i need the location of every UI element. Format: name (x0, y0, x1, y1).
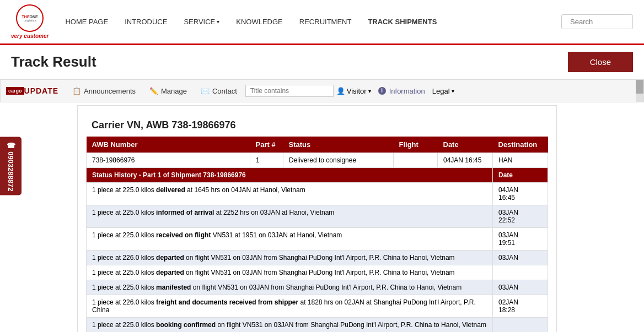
col-date: Date (438, 137, 493, 153)
scrollbar-thumb[interactable] (636, 80, 643, 94)
history-header-row: Status History - Part 1 of Shipment 738-… (87, 168, 548, 183)
history-text-5: 1 piece at 225.0 kilos manifested on fli… (87, 280, 493, 295)
info-icon: i (378, 87, 386, 95)
history-text-7: 1 piece at 225.0 kilos booking confirmed… (87, 318, 493, 333)
nav-knowledge[interactable]: KNOWLEDGE (236, 18, 283, 26)
carrier-title: Carrier VN, AWB 738-19866976 (92, 119, 548, 131)
history-date-6: 02JAN 18:28 (493, 295, 548, 318)
history-date-3: 03JAN (493, 251, 548, 265)
history-text-6: 1 piece at 226.0 kilos freight and docum… (87, 295, 493, 318)
col-dest: Destination (493, 137, 548, 153)
flight-value (394, 153, 438, 168)
page-title-bar: Track Result Close (0, 45, 644, 79)
cargo-announcements[interactable]: 📋 Announcements (67, 84, 141, 98)
history-text-3: 1 piece at 226.0 kilos departed on fligh… (87, 251, 493, 265)
table-header-row: AWB Number Part # Status Flight Date Des… (87, 137, 548, 153)
contact-label: Contact (212, 87, 237, 95)
information-item[interactable]: i Information (378, 87, 425, 95)
date-value: 04JAN 16:45 (438, 153, 493, 168)
logo[interactable]: THEONE Logistics very customer (11, 4, 49, 39)
cargo-logo[interactable]: cargo UPDATE (6, 86, 58, 95)
scrollbar[interactable] (636, 80, 643, 102)
cargo-nav-items: 📋 Announcements ✏️ Manage ✉️ Contact 👤 V… (67, 84, 454, 98)
nav-recruitment[interactable]: RECRUITMENT (299, 18, 352, 26)
history-row-3: 1 piece at 226.0 kilos departed on fligh… (87, 251, 548, 265)
search-input[interactable] (561, 14, 633, 29)
history-row-0: 1 piece at 225.0 kilos delivered at 1645… (87, 183, 548, 205)
history-date-0: 04JAN 16:45 (493, 183, 548, 205)
part-number: 1 (250, 153, 283, 168)
col-flight: Flight (394, 137, 438, 153)
information-label: Information (389, 87, 425, 95)
history-row-7: 1 piece at 225.0 kilos booking confirmed… (87, 318, 548, 333)
history-date-5: 03JAN (493, 280, 548, 295)
history-date-1: 03JAN 22:52 (493, 205, 548, 228)
phone-number: ☎ 0903288872 (7, 141, 15, 191)
history-row-6: 1 piece at 226.0 kilos freight and docum… (87, 295, 548, 318)
contact-icon: ✉️ (201, 87, 210, 95)
manage-icon: ✏️ (149, 87, 158, 95)
status-value: Delivered to consignee (283, 153, 394, 168)
history-text-2: 1 piece at 225.0 kilos received on fligh… (87, 228, 493, 251)
history-row-2: 1 piece at 225.0 kilos received on fligh… (87, 228, 548, 251)
tracking-panel: Carrier VN, AWB 738-19866976 AWB Number … (77, 105, 557, 332)
col-awb: AWB Number (87, 137, 250, 153)
legal-label: Legal (432, 87, 450, 95)
legal-dropdown[interactable]: Legal ▾ (432, 87, 454, 95)
col-status: Status (283, 137, 394, 153)
title-search-input[interactable] (245, 85, 334, 97)
history-date-4 (493, 265, 548, 280)
tracking-content: Carrier VN, AWB 738-19866976 AWB Number … (0, 102, 644, 332)
nav-links: HOME PAGE INTRODUCE SERVICE ▾ KNOWLEDGE … (65, 18, 561, 26)
cargo-logo-prefix: cargo (6, 87, 24, 95)
nav-home[interactable]: HOME PAGE (65, 18, 108, 26)
history-text-4: 1 piece at 225.0 kilos departed on fligh… (87, 265, 493, 280)
history-date-7 (493, 318, 548, 333)
history-row-1: 1 piece at 225.0 kilos informed of arriv… (87, 205, 548, 228)
announcements-icon: 📋 (72, 87, 81, 95)
cargo-contact[interactable]: ✉️ Contact (195, 84, 243, 98)
announcements-label: Announcements (84, 87, 136, 95)
visitor-chevron-icon: ▾ (368, 88, 371, 94)
visitor-dropdown[interactable]: 👤 Visitor ▾ (336, 87, 371, 95)
visitor-label: Visitor (347, 87, 367, 95)
awb-number: 738-19866976 (87, 153, 250, 168)
history-row-5: 1 piece at 225.0 kilos manifested on fli… (87, 280, 548, 295)
history-text-1: 1 piece at 225.0 kilos informed of arriv… (87, 205, 493, 228)
history-header-text: Status History - Part 1 of Shipment 738-… (87, 168, 493, 183)
col-part: Part # (250, 137, 283, 153)
destination-value: HAN (493, 153, 548, 168)
phone-badge[interactable]: ☎ 0903288872 (0, 137, 22, 195)
tracking-table: AWB Number Part # Status Flight Date Des… (86, 137, 548, 332)
close-button[interactable]: Close (568, 52, 633, 72)
nav-introduce[interactable]: INTRODUCE (125, 18, 167, 26)
cargo-logo-update: UPDATE (24, 86, 59, 95)
history-date-2: 03JAN 19:51 (493, 228, 548, 251)
page-title: Track Result (11, 53, 96, 70)
cargo-nav-bar: cargo UPDATE 📋 Announcements ✏️ Manage ✉… (0, 79, 644, 102)
history-text-0: 1 piece at 225.0 kilos delivered at 1645… (87, 183, 493, 205)
cargo-manage[interactable]: ✏️ Manage (144, 84, 192, 98)
person-icon: 👤 (336, 87, 345, 95)
awb-data-row: 738-19866976 1 Delivered to consignee 04… (87, 153, 548, 168)
top-nav: THEONE Logistics very customer HOME PAGE… (0, 0, 644, 45)
history-date-header: Date (493, 168, 548, 183)
nav-service[interactable]: SERVICE ▾ (184, 18, 219, 26)
manage-label: Manage (161, 87, 187, 95)
service-chevron-icon: ▾ (217, 19, 219, 25)
nav-track[interactable]: TRACK SHIPMENTS (368, 18, 437, 26)
history-row-4: 1 piece at 225.0 kilos departed on fligh… (87, 265, 548, 280)
tagline: very customer (11, 33, 49, 39)
legal-chevron-icon: ▾ (452, 88, 454, 94)
